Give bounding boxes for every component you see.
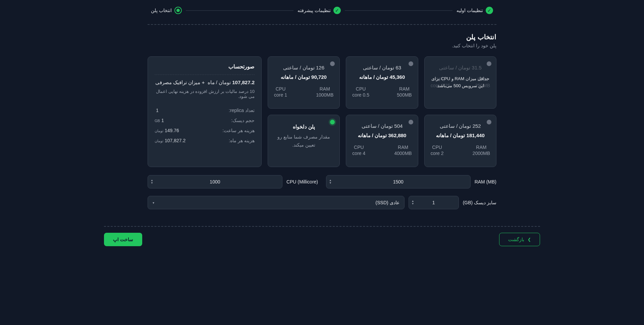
divider <box>155 74 255 75</box>
plan-card-3[interactable]: 252 تومان / ساعتی 181,440 تومان / ماهانه… <box>424 115 496 167</box>
footer: ❯ بازگشت ساخت اپ <box>104 233 540 246</box>
custom-plan-desc: مقدار مصرف شما منابع رو تعیین میکند. <box>274 133 333 149</box>
chevron-right-icon: ❯ <box>528 237 531 242</box>
back-button-label: بازگشت <box>508 237 524 242</box>
cpu-field: CPU (Millicore) ▲▼ <box>148 175 318 188</box>
disk-type-select[interactable]: عادی (SSD) ▾ <box>148 196 405 209</box>
invoice-total-line: 107,827.2 تومان / ماه + میزان ترافیک مصر… <box>155 79 255 86</box>
plan-specs: RAM500MB CPU0.5 core <box>352 86 412 98</box>
spinner-icon[interactable]: ▲▼ <box>329 179 332 184</box>
cpu-input-wrapper: ▲▼ <box>148 175 282 188</box>
radio-icon <box>409 61 413 66</box>
plan-specs: RAM1000MB CPU1 core <box>274 86 333 98</box>
plan-monthly: 45,360 تومان / ماهانه <box>359 74 405 80</box>
plan-card-custom[interactable]: پلن دلخواه مقدار مصرف شما منابع رو تعیین… <box>268 115 340 167</box>
cpu-spec: CPU4 core <box>352 145 365 156</box>
step-3-label: انتخاب پلن <box>151 8 172 13</box>
step-2-label: تنظیمات پیشرفته <box>298 8 331 13</box>
create-app-label: ساخت اپ <box>113 237 133 242</box>
plan-card-4[interactable]: 504 تومان / ساعتی 362,880 تومان / ماهانه… <box>346 115 418 167</box>
step-divider <box>186 10 293 11</box>
back-button[interactable]: ❯ بازگشت <box>499 233 540 246</box>
main-container: ✓ تنظیمات اولیه ✓ تنظیمات پیشرفته انتخاب… <box>148 7 496 209</box>
stepper: ✓ تنظیمات اولیه ✓ تنظیمات پیشرفته انتخاب… <box>148 7 496 14</box>
radio-icon <box>409 120 413 124</box>
invoice-row: هزینه هر ساعت: 149.76تومان <box>155 128 255 133</box>
plan-hourly: 504 تومان / ساعتی <box>362 123 403 129</box>
cpu-spec: CPU1 core <box>274 86 287 98</box>
spinner-icon[interactable]: ▲▼ <box>412 200 414 205</box>
invoice-title: صورتحساب <box>155 63 255 70</box>
plan-hourly: 252 تومان / ساعتی <box>440 123 481 129</box>
disk-label: سایز دیسک (GB) <box>463 200 496 205</box>
plan-hourly: 63 تومان / ساعتی <box>363 65 401 71</box>
plan-specs: RAM2000MB CPU2 core <box>431 145 490 156</box>
plan-card-0: 31.5 تومان / ساعتی RAM250MB CPU0.25 core… <box>424 56 496 109</box>
invoice-note: 10 درصد مالیات بر ارزش افزوده در هزینه ن… <box>155 89 255 99</box>
spinner-icon[interactable]: ▲▼ <box>151 179 153 184</box>
resource-inputs: RAM (MB) ▲▼ CPU (Millicore) ▲▼ <box>148 175 496 188</box>
plan-card-1[interactable]: 63 تومان / ساعتی 45,360 تومان / ماهانه R… <box>346 56 418 109</box>
invoice-row: حجم دیسک: 1GB <box>155 118 255 123</box>
radio-icon <box>330 120 335 124</box>
step-2: ✓ تنظیمات پیشرفته <box>298 7 341 14</box>
ram-field: RAM (MB) ▲▼ <box>326 175 496 188</box>
invoice-row: تعداد replica: 1 <box>155 108 255 113</box>
page-subtitle: پلن خود را انتخاب کنید. <box>148 43 496 48</box>
plan-monthly: 181,440 تومان / ماهانه <box>436 132 485 139</box>
plan-overlay: حداقل میزان RAM و CPU برای این سرویس 500… <box>425 57 496 108</box>
ram-label: RAM (MB) <box>475 179 496 184</box>
cpu-spec: CPU0.5 core <box>352 86 369 98</box>
footer-container: ❯ بازگشت ساخت اپ <box>104 226 540 246</box>
current-step-icon <box>174 7 182 14</box>
plan-card-2[interactable]: 126 تومان / ساعتی 90,720 تومان / ماهانه … <box>268 56 340 109</box>
disk-row: سایز دیسک (GB) ▲▼ عادی (SSD) ▾ <box>148 196 496 209</box>
divider <box>148 24 496 25</box>
check-icon: ✓ <box>486 7 493 14</box>
step-1: ✓ تنظیمات اولیه <box>457 7 493 14</box>
cpu-input[interactable] <box>148 175 282 188</box>
plan-hourly: 126 تومان / ساعتی <box>283 65 324 71</box>
step-1-label: تنظیمات اولیه <box>457 8 483 13</box>
ram-input[interactable] <box>326 175 470 188</box>
divider <box>104 226 540 227</box>
disk-size-input-wrapper: ▲▼ <box>409 196 459 209</box>
cpu-spec: CPU2 core <box>431 145 444 156</box>
custom-plan-title: پلن دلخواه <box>293 124 315 130</box>
radio-icon <box>487 120 491 124</box>
invoice-rows: تعداد replica: 1 حجم دیسک: 1GB هزینه هر … <box>155 108 255 143</box>
disk-size-input[interactable] <box>409 196 459 209</box>
radio-icon <box>330 61 335 66</box>
step-3: انتخاب پلن <box>151 7 182 14</box>
ram-spec: RAM2000MB <box>473 145 490 156</box>
step-divider <box>345 10 452 11</box>
chevron-down-icon: ▾ <box>153 201 154 205</box>
check-icon: ✓ <box>333 7 341 14</box>
plan-monthly: 362,880 تومان / ماهانه <box>358 132 407 139</box>
plans-grid: 31.5 تومان / ساعتی RAM250MB CPU0.25 core… <box>148 56 496 167</box>
invoice-card: صورتحساب 107,827.2 تومان / ماه + میزان ت… <box>148 56 262 167</box>
plan-specs: RAM4000MB CPU4 core <box>352 145 412 156</box>
plan-monthly: 90,720 تومان / ماهانه <box>281 74 327 80</box>
create-app-button[interactable]: ساخت اپ <box>104 233 142 246</box>
ram-spec: RAM500MB <box>397 86 412 98</box>
ram-spec: RAM4000MB <box>394 145 412 156</box>
page-title: انتخاب پلن <box>148 33 496 41</box>
disk-type-value: عادی (SSD) <box>376 200 399 205</box>
cpu-label: CPU (Millicore) <box>286 179 318 184</box>
ram-spec: RAM1000MB <box>316 86 333 98</box>
invoice-row: هزینه هر ماه: 107,827.2تومان <box>155 138 255 143</box>
ram-input-wrapper: ▲▼ <box>326 175 471 188</box>
